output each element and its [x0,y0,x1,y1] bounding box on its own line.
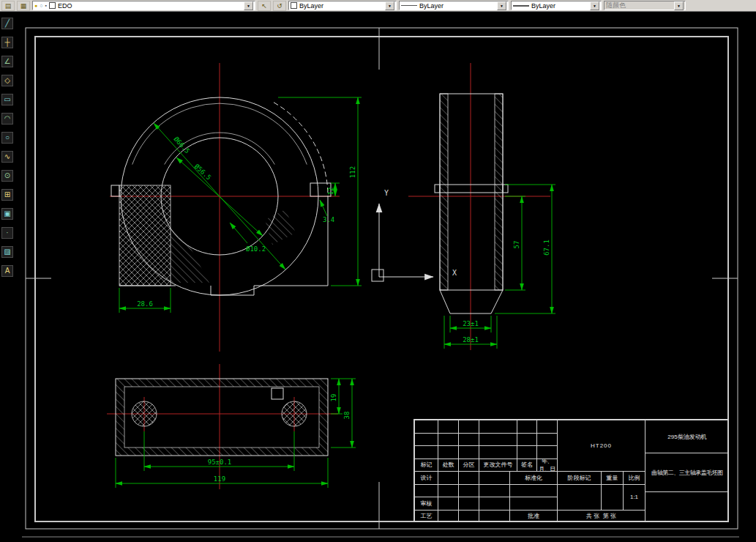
lineweight-dropdown[interactable]: ByLayer ▼ [511,1,602,10]
construction-line-icon[interactable]: ┼ [1,37,13,48]
revision-cell [536,433,557,446]
signature-cell [414,484,438,497]
ucs-x-label: X [452,269,457,277]
approve-label-cell: 批准 [509,510,557,523]
current-linetype-value: ByLayer [419,2,495,10]
revision-header-signature: 签名 [517,459,536,472]
polygon-icon[interactable]: ◇ [1,75,13,86]
revision-cell [438,420,458,433]
current-plot-style-value: 随颜色 [606,1,672,10]
dim-bottom-hole-span: 95±0.1 [208,459,232,466]
linetype-sample-icon [401,5,417,6]
make-block-icon[interactable]: ▣ [1,208,13,220]
revision-table: 标记 处数 分区 更改文件号 签名 年、月、日 [414,420,557,471]
dim-side-lower-height: 57 [513,241,520,249]
revision-header-mark: 标记 [414,459,438,472]
signature-cell [438,497,458,510]
title-block: 标记 处数 分区 更改文件号 签名 年、月、日 设计 标准化 审核 工艺 [413,419,728,521]
revision-cell [438,445,458,459]
stage-values-row: 1:1 [557,484,645,510]
revision-cell [414,420,438,433]
current-lineweight-value: ByLayer [531,2,588,10]
layer-lock-icon: ▪ [45,3,46,8]
circle-icon[interactable]: ○ [1,132,13,144]
current-color-swatch [291,2,297,9]
dim-side-base-width: 28±1 [463,336,479,344]
polyline-icon[interactable]: ∠ [1,56,13,67]
revision-cell [438,433,458,446]
revision-cell [517,420,536,433]
signature-cell [458,471,479,484]
linetype-dropdown-arrow-icon[interactable]: ▼ [497,1,506,10]
revision-cell [479,433,517,446]
layer-previous-icon[interactable]: ↺ [273,1,286,11]
rectangle-icon[interactable]: ▭ [1,94,13,105]
spline-icon[interactable]: ∿ [1,151,13,163]
layer-manager-icon[interactable]: ▤ [1,1,15,11]
signature-cell [438,471,458,484]
dim-front-flange-height: 12 [327,188,334,196]
text-icon[interactable]: A [1,265,13,277]
layer-dropdown-arrow-icon[interactable]: ▼ [244,1,253,10]
color-dropdown-arrow-icon[interactable]: ▼ [385,1,394,10]
dim-front-bore-dia: Ø56.5 [193,163,213,182]
signature-cell [479,484,509,497]
drawing-number-cell [645,491,729,522]
signature-table: 设计 标准化 审核 工艺 批准 [414,471,557,522]
dim-front-block-width: 28.6 [137,300,153,308]
signature-cell [438,484,458,497]
revision-cell [479,420,517,433]
color-dropdown[interactable]: ByLayer ▼ [288,1,397,10]
current-layer-name: EDO [58,2,242,10]
layer-dropdown[interactable]: ● ○ ▪ EDO ▼ [32,1,255,10]
stage-row: 阶段标记 重量 比例 [557,471,645,484]
dim-bottom-half-height: 38 [343,412,351,420]
dim-front-hole-dia: Ø10.2 [246,245,266,253]
revision-cell [414,433,438,446]
dim-bottom-edge-to-hole: 19 [330,394,337,402]
dim-front-total-height: 112 [349,166,356,178]
layer-on-icon: ● [34,3,37,8]
product-name-cell: 295柴油发动机 [645,420,729,453]
insert-block-icon[interactable]: ⊞ [1,189,13,201]
make-object-layer-current-icon[interactable]: ↖ [258,1,271,11]
scale-label-cell: 比例 [623,471,645,484]
design-label-cell: 设计 [414,471,438,484]
ellipse-icon[interactable]: ⊙ [1,170,13,182]
revision-cell [458,420,479,433]
layer-freeze-icon: ○ [40,3,42,8]
lineweight-sample-icon [513,5,529,7]
lineweight-dropdown-arrow-icon[interactable]: ▼ [590,1,599,10]
scale-value-cell: 1:1 [623,484,645,510]
revision-cell [414,445,438,459]
linetype-dropdown[interactable]: ByLayer ▼ [399,1,509,10]
signature-cell [458,510,479,523]
ucs-y-label: Y [384,189,389,197]
draw-toolbar: ╱ ┼ ∠ ◇ ▭ ◠ ○ ∿ ⊙ ⊞ ▣ · ▨ A [1,18,14,277]
dim-side-total-height: 67.1 [543,240,550,256]
signature-cell [479,471,509,484]
object-properties-toolbar: ▤ ▦ ● ○ ▪ EDO ▼ ↖ ↺ ByLayer ▼ ByLayer ▼ … [0,0,756,12]
line-icon[interactable]: ╱ [1,18,13,29]
point-icon[interactable]: · [1,227,13,239]
revision-cell [479,445,517,459]
revision-cell [517,433,536,446]
signature-cell [479,510,509,523]
side-view [435,94,508,313]
dim-front-step: 3.4 [323,216,334,223]
weight-label-cell: 重量 [601,471,623,484]
signature-cell [509,484,557,497]
bottom-view [116,379,328,456]
layer-states-icon[interactable]: ▦ [17,1,30,11]
arc-icon[interactable]: ◠ [1,113,13,125]
hatch-icon[interactable]: ▨ [1,246,13,258]
revision-header-zone: 分区 [458,459,479,472]
material-cell: HT200 [557,420,645,471]
current-color-value: ByLayer [299,2,383,10]
standard-label-cell: 标准化 [509,471,557,484]
signature-cell [479,497,509,510]
revision-cell [458,445,479,459]
check-label-cell: 审核 [414,497,438,510]
revision-header-docno: 更改文件号 [479,459,517,472]
signature-cell [438,510,458,523]
